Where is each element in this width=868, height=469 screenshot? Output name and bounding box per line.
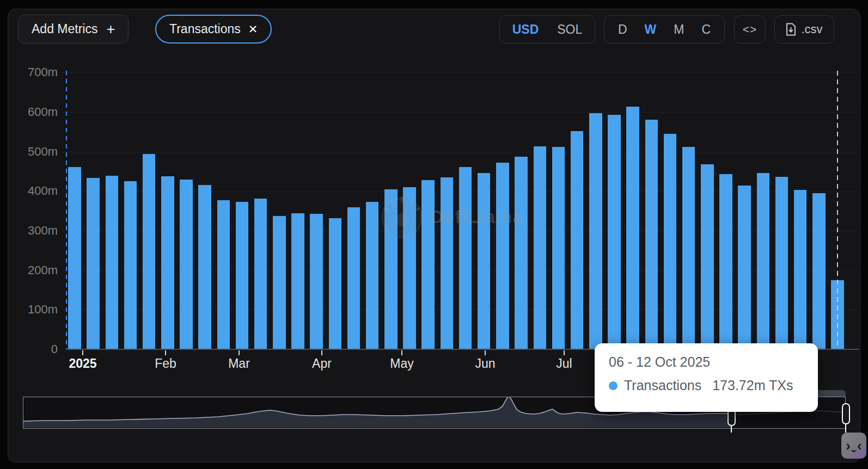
series-color-dot xyxy=(609,381,618,390)
transaction-bar[interactable] xyxy=(384,189,398,349)
transaction-bar[interactable] xyxy=(291,213,304,349)
transaction-bar[interactable] xyxy=(719,174,732,349)
transaction-bar[interactable] xyxy=(441,177,454,349)
current-week-dashed-line xyxy=(837,71,838,349)
transaction-bar[interactable] xyxy=(812,193,826,349)
brush-right-handle-stem xyxy=(845,424,846,433)
transaction-bar[interactable] xyxy=(106,176,119,349)
x-axis-tick xyxy=(165,350,166,355)
transaction-bar[interactable] xyxy=(496,163,509,349)
bar-layer xyxy=(0,0,868,349)
transaction-bar[interactable] xyxy=(180,180,193,349)
brush-left-handle-stem xyxy=(731,425,732,433)
transaction-bar[interactable] xyxy=(347,207,360,349)
transaction-bar[interactable] xyxy=(421,180,435,349)
x-axis-tick xyxy=(82,350,83,355)
x-axis-tick-label: 2025 xyxy=(69,356,96,371)
x-axis-tick xyxy=(485,350,486,355)
transaction-bar[interactable] xyxy=(217,200,230,349)
x-axis-tick xyxy=(321,350,322,355)
x-axis-tick-label: Feb xyxy=(155,356,176,371)
x-axis-tick xyxy=(401,350,402,355)
transaction-bar[interactable] xyxy=(701,164,714,349)
transaction-bar[interactable] xyxy=(143,154,156,349)
brush-right-handle[interactable] xyxy=(842,403,850,424)
tooltip-series-name: Transactions xyxy=(624,378,701,393)
transaction-bar[interactable] xyxy=(254,199,267,349)
transaction-bar[interactable] xyxy=(236,202,249,349)
transaction-bar[interactable] xyxy=(310,214,323,349)
transaction-bar[interactable] xyxy=(273,216,286,349)
x-axis-tick-label: May xyxy=(390,356,413,371)
transaction-bar[interactable] xyxy=(459,167,472,349)
collapse-chart-button[interactable]: › ‹ xyxy=(841,433,866,459)
transaction-bar[interactable] xyxy=(124,181,137,349)
x-axis-tick xyxy=(564,350,565,355)
transaction-bar[interactable] xyxy=(366,202,379,349)
transaction-bar[interactable] xyxy=(589,113,602,349)
transaction-bar[interactable] xyxy=(478,173,491,349)
collapse-icon-smile xyxy=(851,447,857,452)
transaction-bar[interactable] xyxy=(552,147,565,349)
transaction-bar[interactable] xyxy=(664,134,677,349)
transaction-bar[interactable] xyxy=(515,157,528,349)
transaction-bar[interactable] xyxy=(682,147,695,349)
transaction-bar[interactable] xyxy=(626,107,639,349)
transaction-bar[interactable] xyxy=(403,187,416,349)
x-axis-tick-label: Jul xyxy=(556,356,572,371)
transaction-bar[interactable] xyxy=(775,177,788,349)
transaction-bar[interactable] xyxy=(794,190,807,349)
transaction-bar[interactable] xyxy=(738,186,751,349)
x-axis-tick-label: Jun xyxy=(475,356,495,371)
transaction-bar[interactable] xyxy=(571,131,584,349)
transaction-bar[interactable] xyxy=(757,173,770,349)
range-start-dashed-line xyxy=(66,71,67,349)
chart-tooltip: 06 - 12 Oct 2025 Transactions 173.72m TX… xyxy=(595,343,818,412)
tooltip-value: 173.72m TXs xyxy=(712,378,793,393)
transaction-bar[interactable] xyxy=(608,115,621,349)
transaction-bar[interactable] xyxy=(68,167,81,349)
transaction-bar[interactable] xyxy=(161,176,174,349)
x-axis-tick-label: Apr xyxy=(312,356,332,371)
transaction-bar[interactable] xyxy=(329,218,342,349)
transaction-bar[interactable] xyxy=(645,120,658,349)
app-root: Add Metrics + Transactions ✕ USD SOL D W… xyxy=(0,0,868,469)
x-axis-tick xyxy=(239,350,240,355)
transaction-bar[interactable] xyxy=(198,185,211,349)
transaction-bar[interactable] xyxy=(87,178,100,349)
tooltip-date-range: 06 - 12 Oct 2025 xyxy=(609,354,818,370)
transaction-bar[interactable] xyxy=(534,146,547,349)
x-axis-tick-label: Mar xyxy=(228,356,250,371)
